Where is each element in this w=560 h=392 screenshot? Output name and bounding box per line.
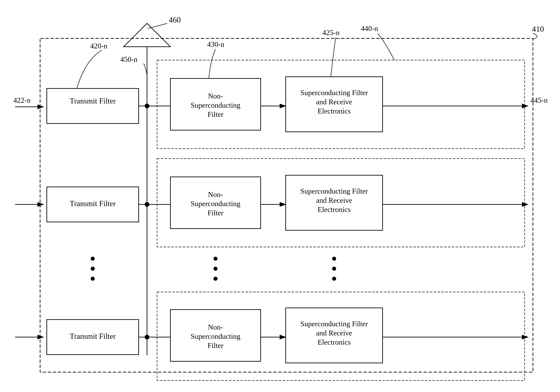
label-430n: 430-n [207,40,224,48]
transmit-filter-1: Transmit Filter [70,97,116,105]
label-445n: 445-n [530,96,548,104]
svg-point-34 [332,277,336,281]
non-super-filter-1-line3: Filter [208,110,223,118]
label-420n: 420-n [90,42,107,50]
super-filter-3-line2: and Receive [316,329,352,337]
super-filter-1-line1: Superconducting Filter [300,89,368,97]
diagram-container: 410 460 422-n Transmit Filter 450-n Non-… [10,13,550,384]
label-422n: 422-n [13,96,30,104]
label-460: 460 [169,15,181,24]
label-440n: 440-n [361,24,378,33]
label-425n: 425-n [322,29,340,37]
super-filter-3-line1: Superconducting Filter [300,320,368,328]
svg-point-26 [91,257,95,261]
svg-point-31 [213,277,218,281]
label-450n: 450-n [120,55,138,63]
transmit-filter-2: Transmit Filter [70,199,116,208]
non-super-filter-2-line1: Non- [208,191,223,199]
svg-point-32 [332,257,336,261]
non-super-filter-3-line3: Filter [208,341,223,350]
non-super-filter-2-line2: Superconducting [191,200,240,208]
non-super-filter-3-line1: Non- [208,323,223,331]
svg-rect-8 [47,88,139,124]
super-filter-1-line3: Electronics [318,107,351,115]
non-super-filter-2-line3: Filter [208,209,223,217]
svg-marker-3 [124,23,170,47]
svg-point-29 [213,257,218,261]
non-super-filter-1-line1: Non- [208,92,223,100]
super-filter-1-line2: and Receive [316,98,352,106]
non-super-filter-1-line2: Superconducting [191,101,240,109]
svg-point-33 [332,267,336,271]
non-super-filter-3-line2: Superconducting [191,332,240,340]
super-filter-2-line2: and Receive [316,196,352,204]
super-filter-3-line3: Electronics [318,338,351,346]
super-filter-2-line1: Superconducting Filter [300,187,368,195]
super-filter-2-line3: Electronics [318,205,351,214]
svg-point-28 [91,277,95,281]
svg-point-30 [213,267,218,271]
label-410: 410 [532,25,544,33]
transmit-filter-3: Transmit Filter [70,332,116,340]
svg-point-27 [91,267,95,271]
